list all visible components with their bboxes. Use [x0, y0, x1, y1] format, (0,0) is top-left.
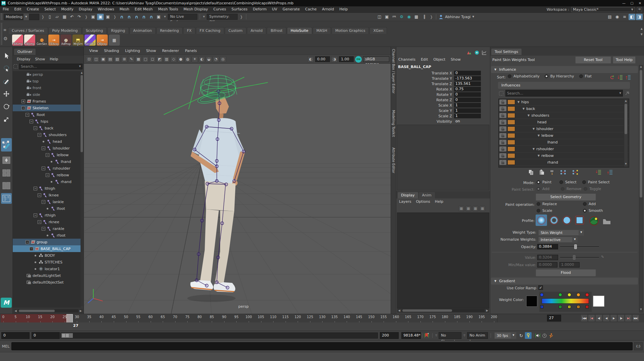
select-component-icon[interactable]: ▣ — [104, 14, 111, 20]
shelf-tab-mash[interactable]: MASH — [313, 27, 331, 34]
shelf-item-FBXexp[interactable]: →FBXexp — [48, 35, 59, 46]
collapse-expander[interactable]: − — [38, 133, 41, 137]
outliner-tab[interactable]: Outliner — [14, 49, 36, 55]
ramp-key-marker[interactable]: ✕ — [559, 305, 562, 308]
field-chart-icon[interactable]: ▥ — [163, 56, 170, 62]
ramp-key-dot[interactable] — [577, 293, 580, 297]
go-to-end-button[interactable]: ▶▶| — [632, 314, 639, 322]
collapse-expander[interactable]: − — [38, 220, 41, 224]
attribute-value[interactable]: 0.75 — [454, 87, 481, 92]
attribute-value[interactable]: 0 — [454, 98, 481, 102]
menu-mesh-tools[interactable]: Mesh Tools — [155, 6, 181, 12]
soft-brush-button[interactable] — [548, 215, 560, 226]
outliner-item-rshoulder[interactable]: −rshoulder — [13, 165, 81, 172]
radio-add[interactable]: Add — [583, 202, 596, 206]
scroll-left-icon[interactable]: ◀ — [13, 309, 18, 312]
influence-color-swatch[interactable] — [507, 113, 515, 118]
snap-grid-icon[interactable]: ∩ — [118, 14, 125, 20]
outliner-persp-layout[interactable] — [1, 193, 12, 204]
menu-edit-mesh[interactable]: Edit Mesh — [132, 6, 155, 12]
channel-box-menu-channels[interactable]: Channels — [398, 57, 415, 62]
loop-playback-icon[interactable]: ↻ — [518, 332, 524, 339]
group-expander-icon[interactable]: ❭ — [239, 15, 243, 19]
outliner-item-BODY[interactable]: BODY — [13, 252, 81, 259]
step-forward-frame-button[interactable]: |▶ — [617, 314, 625, 322]
menu-select[interactable]: Select — [42, 6, 58, 12]
attribute-value[interactable]: 1 — [454, 108, 481, 113]
ramp-key-marker[interactable]: ✕ — [586, 305, 589, 308]
triangle-down-icon[interactable]: ▼ — [528, 114, 530, 117]
triangle-down-icon[interactable]: ▼ — [538, 154, 540, 157]
character-set-selector[interactable]: No Character Set — [439, 332, 461, 339]
shadows-icon[interactable]: ◐ — [199, 56, 205, 62]
layer-editor-tab-anim[interactable]: Anim — [419, 192, 435, 198]
copy-weights-icon[interactable] — [527, 169, 535, 175]
shelf-scroll-arrows[interactable]: ▲▼ — [641, 27, 643, 36]
weight-color-swatch[interactable] — [526, 296, 537, 307]
radio-toggle[interactable]: Toggle — [584, 187, 601, 191]
influence-color-swatch[interactable] — [507, 153, 515, 158]
collapse-expander[interactable]: − — [21, 106, 25, 110]
sort-list-up-icon[interactable] — [625, 74, 631, 80]
screen-space-ao-icon[interactable]: ◒ — [206, 56, 212, 62]
influence-row-rhand[interactable]: rhand — [499, 159, 629, 166]
outliner-item-lshoulder[interactable]: −lshoulder — [13, 145, 81, 152]
shelf-tab-sculpting[interactable]: Sculpting — [82, 27, 107, 34]
move-tool[interactable] — [1, 88, 12, 99]
refresh-influences-icon[interactable] — [609, 74, 615, 80]
lock-icon[interactable] — [499, 126, 506, 131]
shelf-tab-xgen[interactable]: XGen — [369, 27, 387, 34]
outliner-menu-show[interactable]: Show — [35, 57, 45, 61]
shelf-tab-holosuite[interactable]: HoloSuite — [287, 27, 312, 34]
outliner-item-defaultLightSet[interactable]: defaultLightSet — [13, 272, 81, 279]
layer-editor-menu-options[interactable]: Options — [416, 199, 430, 204]
menu-mesh-display[interactable]: Mesh Display — [181, 6, 211, 12]
interactive-playback-icon[interactable] — [542, 332, 547, 339]
character-controls-icon[interactable]: ◉ — [614, 14, 621, 20]
browse-brush-folder-icon[interactable] — [601, 216, 612, 227]
attribute-value[interactable]: 0 — [454, 92, 481, 97]
xray-icon[interactable]: ◎ — [220, 56, 226, 62]
film-gate-icon[interactable]: ▢ — [142, 56, 149, 62]
outliner-item-shoulders[interactable]: −shoulders — [13, 131, 81, 138]
shaded-icon[interactable]: ● — [178, 56, 184, 62]
shelf-tab-bifrost[interactable]: Bifrost — [267, 27, 286, 34]
ramp-key-marker[interactable]: ✕ — [540, 305, 543, 308]
channel-box-menu-object[interactable]: Object — [433, 57, 445, 62]
shelf-tab-fx[interactable]: FX — [183, 27, 195, 34]
menu-uv[interactable]: UV — [269, 6, 280, 12]
render-view-icon[interactable]: ◫ — [376, 14, 383, 20]
influence-row-relbow[interactable]: ▼ relbow — [499, 153, 629, 159]
pin-icon[interactable] — [625, 91, 630, 96]
outliner-item-rhand[interactable]: rhand — [13, 178, 81, 185]
gate-mask-icon[interactable]: ◩ — [156, 56, 163, 62]
raise-panels-icon[interactable]: ◧ — [629, 14, 635, 20]
outliner-item-lhand[interactable]: lhand — [13, 158, 81, 165]
render-settings-icon[interactable]: ⚙ — [398, 14, 405, 20]
group-expander-icon[interactable]: ❭ — [112, 15, 117, 19]
shelf-tab-curves-surfaces[interactable]: Curves / Surfaces — [8, 27, 48, 34]
attribute-row-scale-z[interactable]: Scale Z1 — [396, 113, 490, 119]
radio-by-hierarchy[interactable]: By Hierarchy — [545, 74, 574, 78]
new-empty-layer-icon[interactable]: ⊞ — [473, 206, 478, 211]
menu-windows[interactable]: Windows — [95, 6, 117, 12]
snap-view-plane-icon[interactable]: ∩ — [148, 14, 155, 20]
select-object-icon[interactable]: ▣ — [97, 14, 104, 20]
open-scene-icon[interactable]: ▱ — [54, 14, 60, 20]
attribute-value[interactable]: on — [454, 119, 481, 124]
radio-scale[interactable]: Scale — [537, 208, 552, 213]
command-language-selector[interactable]: MEL — [0, 344, 11, 349]
tool-settings-scrollbar[interactable]: ▲▼ — [639, 65, 643, 312]
collapse-expander[interactable]: − — [42, 200, 45, 204]
manipulator-icon[interactable] — [475, 50, 479, 55]
ramp-key-dot[interactable] — [540, 293, 544, 297]
command-input[interactable] — [11, 342, 633, 350]
influence-search-input[interactable]: Search...▼ — [505, 90, 623, 97]
motion-blur-icon[interactable]: ◔ — [213, 56, 219, 62]
influences-header[interactable]: Influences — [498, 82, 630, 89]
fps-selector[interactable]: 30 fps▼ — [494, 332, 516, 339]
menu-file[interactable]: File — [0, 6, 11, 12]
group-expander-icon[interactable]: ❭ — [84, 15, 88, 19]
shelf-tab-rendering[interactable]: Rendering — [156, 27, 183, 34]
radio-replace[interactable]: Replace — [537, 202, 557, 206]
